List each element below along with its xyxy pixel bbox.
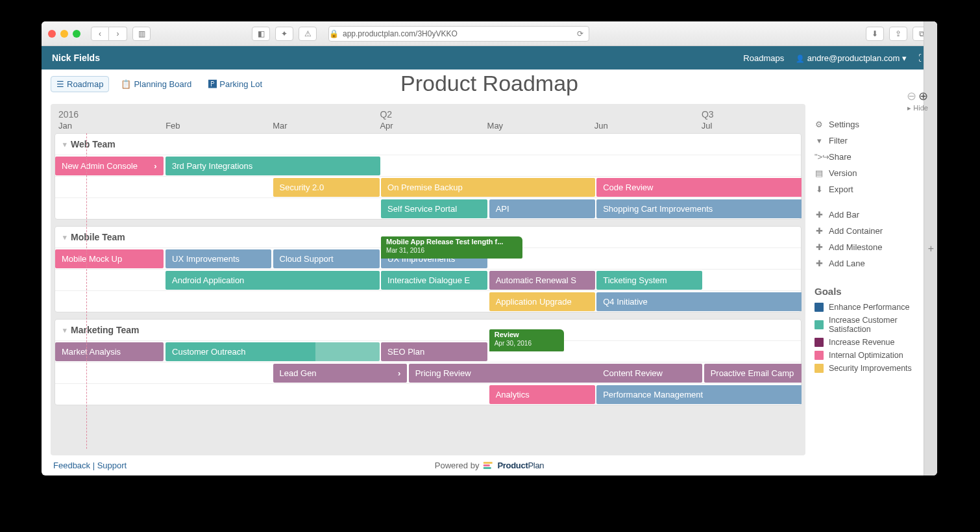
bar-label: Code Review (603, 183, 653, 192)
tab-planning-board[interactable]: 📋 Planning Board (116, 77, 197, 92)
forward-button[interactable]: › (109, 27, 127, 41)
bar-label: 3rd Party Integrations (172, 161, 252, 171)
goal-legend-item[interactable]: Increase Revenue (815, 336, 928, 349)
tab-roadmap[interactable]: ☰ Roadmap (51, 76, 109, 92)
sidebar-version[interactable]: ▤Version (815, 165, 928, 181)
milestone[interactable]: Mobile App Release Test length f...Mar 3… (381, 236, 522, 259)
roadmap-bar[interactable]: On Premise Backup (381, 178, 595, 197)
sidebar-share[interactable]: ">↪Share (815, 149, 928, 165)
bar-label: Automatic Renewal S (496, 275, 576, 285)
bar-label: Lead Gen (280, 368, 317, 378)
goal-legend-item[interactable]: Increase Customer Satisfaction (815, 314, 928, 336)
roadmap-bar[interactable]: API (489, 199, 595, 218)
sidebar-toggle-icon[interactable]: ▥ (132, 27, 151, 41)
milestone[interactable]: ReviewApr 30, 2016 (489, 329, 564, 351)
version-icon: ▤ (815, 168, 824, 178)
plus-icon: ✚ (815, 242, 824, 252)
roadmap-bar[interactable]: Lead Gen› (273, 364, 408, 383)
roadmap-bar[interactable]: Ticketing System (596, 271, 702, 290)
roadmap-bar[interactable]: Customer Outreach (165, 342, 380, 361)
goal-legend-item[interactable]: Internal Optimization (815, 349, 928, 362)
plus-icon: ✚ (815, 210, 824, 220)
lane-row: Android ApplicationInteractive Dialogue … (55, 269, 801, 290)
zoom-window-icon[interactable] (73, 30, 80, 38)
roadmap-bar[interactable]: UX Improvements (165, 249, 271, 268)
lane-row: New Admin Console›3rd Party Integrations (55, 155, 801, 176)
share-icon[interactable]: ⇪ (889, 27, 907, 41)
bar-label: Content Review (603, 368, 663, 378)
lock-icon: 🔒 (329, 29, 339, 38)
nav-roadmaps[interactable]: Roadmaps (743, 53, 784, 63)
roadmap-bar[interactable]: Automatic Renewal S (489, 271, 595, 290)
legend-swatch (815, 303, 824, 312)
goal-label: Internal Optimization (829, 351, 903, 360)
lane-header[interactable]: ▾Web Team (55, 134, 801, 155)
roadmap-bar[interactable]: Proactive Email Camp (704, 364, 802, 383)
bar-label: Application Upgrade (496, 297, 572, 307)
minimize-window-icon[interactable] (60, 30, 68, 38)
footer: Feedback | Support Powered by ProductPla… (51, 455, 928, 470)
lane: ▾Marketing TeamReviewApr 30, 2016Market … (55, 319, 802, 405)
sidebar-filter[interactable]: ▾Filter (815, 133, 928, 149)
download-icon[interactable]: ⬇ (866, 27, 884, 41)
warning-icon[interactable]: ⚠ (299, 27, 317, 41)
bar-label: Market Analysis (62, 347, 121, 357)
roadmap-bar[interactable]: New Admin Console› (55, 157, 164, 175)
roadmap-bar[interactable]: Security 2.0 (273, 178, 380, 197)
footer-support-link[interactable]: Support (97, 461, 127, 470)
chevron-down-icon: ▾ (63, 326, 67, 335)
roadmap-bar[interactable]: 3rd Party Integrations (165, 157, 380, 175)
plus-icon: ✚ (815, 259, 824, 268)
roadmap-bar[interactable]: Mobile Mock Up (55, 249, 164, 268)
roadmap-timeline: 2016 Q2 Q3 JanFebMarAprMayJunJul ▾Web Te… (51, 104, 805, 455)
goal-legend-item[interactable]: Security Improvements (815, 362, 928, 375)
url-text: app.productplan.com/3H0yVKKO (343, 29, 458, 38)
account-menu[interactable]: andre@productplan.com ▾ (796, 53, 907, 63)
nav-back-forward[interactable]: ‹ › (91, 27, 127, 41)
roadmap-bar[interactable]: Self Service Portal (381, 199, 487, 218)
goal-legend-item[interactable]: Enhance Performance (815, 301, 928, 314)
footer-feedback-link[interactable]: Feedback (53, 461, 90, 470)
roadmap-bar[interactable]: Interactive Dialogue E (381, 271, 487, 290)
timeline-month: Mar (273, 121, 380, 131)
reload-icon[interactable]: ⟳ (577, 29, 589, 38)
roadmap-bar[interactable]: Cloud Support (273, 249, 380, 268)
plugin-icon[interactable]: ◧ (252, 27, 270, 41)
sidebar-add-bar[interactable]: ✚Add Bar (815, 207, 928, 223)
bar-label: UX Improvements (172, 254, 239, 264)
roadmap-bar[interactable]: Code Review (596, 178, 802, 197)
sidebar-add-milestone[interactable]: ✚Add Milestone (815, 239, 928, 255)
bar-label: Security 2.0 (280, 183, 325, 192)
tab-parking-lot[interactable]: 🅿 Parking Lot (203, 77, 267, 92)
close-window-icon[interactable] (48, 30, 56, 38)
window-traffic-lights[interactable] (48, 30, 80, 38)
timeline-month: Apr (380, 121, 487, 131)
lane: ▾Mobile TeamMobile App Release Test leng… (55, 226, 802, 312)
roadmap-bar[interactable]: Analytics (489, 385, 595, 404)
roadmap-bar[interactable]: Market Analysis (55, 342, 164, 361)
wand-icon[interactable]: ✦ (275, 27, 293, 41)
chevron-right-icon: › (398, 368, 400, 378)
url-bar[interactable]: 🔒 app.productplan.com/3H0yVKKO ⟳ (328, 26, 589, 42)
bar-label: Android Application (172, 275, 244, 285)
roadmap-bar[interactable]: Performance Management (596, 385, 802, 404)
roadmap-bar[interactable]: Q4 Initiative (596, 292, 802, 311)
legend-swatch (815, 364, 824, 373)
zoom-in-icon[interactable]: ⊕ (918, 89, 928, 103)
roadmap-bar[interactable]: Content Review (596, 364, 702, 383)
bar-label: SEO Plan (387, 347, 424, 357)
roadmap-bar[interactable]: SEO Plan (381, 342, 487, 361)
zoom-out-icon[interactable]: ⊖ (907, 89, 916, 103)
sidebar-export[interactable]: ⬇Export (815, 181, 928, 197)
sidebar-hide-button[interactable]: ▸ Hide (815, 104, 928, 112)
roadmap-bar[interactable]: Android Application (165, 271, 380, 290)
back-button[interactable]: ‹ (91, 27, 109, 41)
lane-title: Web Team (71, 139, 116, 149)
sidebar-add-container[interactable]: ✚Add Container (815, 223, 928, 239)
roadmap-bar[interactable]: Shopping Cart Improvements (596, 199, 802, 218)
export-icon: ⬇ (815, 184, 824, 194)
lane-header[interactable]: ▾Marketing Team (55, 320, 801, 340)
roadmap-bar[interactable]: Application Upgrade (489, 292, 595, 311)
sidebar-settings[interactable]: ⚙Settings (815, 116, 928, 133)
sidebar-add-lane[interactable]: ✚Add Lane (815, 255, 928, 272)
